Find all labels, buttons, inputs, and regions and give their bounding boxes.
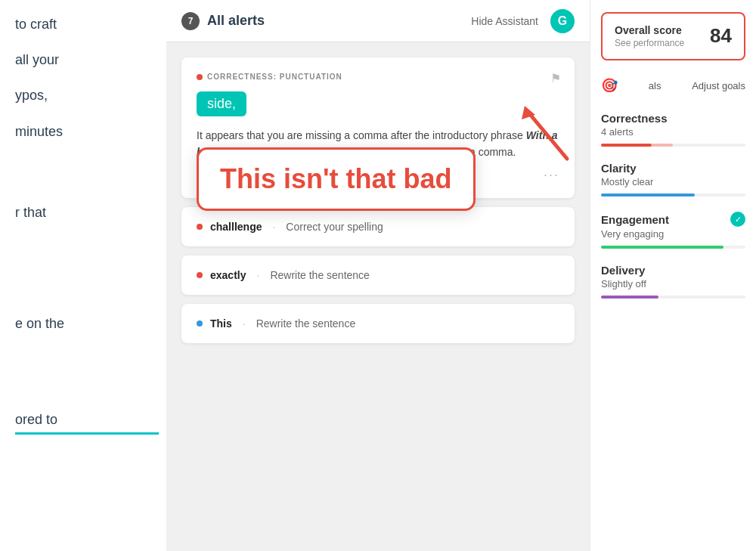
category-dot [197,74,203,80]
alert-dot-blue-2 [197,320,203,327]
header-bar: 7 All alerts Hide Assistant G [166,0,590,42]
metric-bar-correctness [601,144,745,147]
metric-correctness[interactable]: Correctness 4 alerts [601,112,745,147]
metric-bar-fill-clarity [601,193,695,197]
header-title: All alerts [207,13,265,29]
alert-dot-red-0 [197,224,203,230]
metric-clarity[interactable]: Clarity Mostly clear [601,162,745,197]
score-number: 84 [710,24,732,48]
left-text-2: all your [15,51,159,70]
alert-card-2[interactable]: This · Rewrite the sentence [181,304,575,343]
alert-separator-2: · [243,317,246,330]
alert-card-0[interactable]: challlenge · Correct your spelling [181,207,575,246]
alert-action-2: Rewrite the sentence [256,317,356,330]
metric-name-delivery: Delivery [601,264,645,277]
left-text-3: ypos, [15,86,159,105]
alert-word-1: exactly [210,269,246,281]
metric-name-clarity: Clarity [601,162,637,175]
main-content: 7 All alerts Hide Assistant G ⚑ CORRECTN… [166,0,590,551]
metric-bar-light-correctness [652,144,674,147]
metric-engagement[interactable]: Engagement ✓ Very engaging [601,212,745,249]
alert-card-1[interactable]: exactly · Rewrite the sentence [181,255,575,295]
arrow-overlay [514,98,582,169]
metric-bar-fill-delivery [601,296,658,299]
card-category: CORRECTNESS: PUNCTUATION [197,73,559,81]
metrics-area: Correctness 4 alerts Clarity Mostly clea… [590,106,756,320]
alert-dot-red-1 [197,272,203,278]
metric-name-correctness: Correctness [601,112,668,125]
metric-bar-engagement [601,246,745,249]
text-editor-left: to craft all your ypos, minutes r that e… [0,0,166,551]
right-panel: Overall score See performance 84 🎯 als A… [590,0,756,551]
goals-icon: 🎯 [601,77,618,94]
metric-subtext-correctness: 4 alerts [601,126,745,138]
left-text-1: to craft [15,15,159,34]
score-card[interactable]: Overall score See performance 84 [601,12,745,60]
score-sublabel: See performance [615,38,684,48]
grammarly-avatar[interactable]: G [550,9,575,33]
score-label: Overall score [615,24,684,36]
goals-text: als [649,80,662,91]
highlighted-word[interactable]: side, [197,91,246,116]
goals-row[interactable]: 🎯 als Adjust goals [590,70,756,106]
alert-separator-0: · [272,221,275,233]
left-text-4: minutes [15,122,159,141]
alert-count-badge: 7 [181,12,200,30]
tooltip-text: This isn't that bad [220,163,452,195]
alert-action-1: Rewrite the sentence [270,269,370,281]
left-text-7: ored to [15,410,159,435]
card-toolbar: ⚑ [550,71,561,85]
alert-separator-1: · [256,269,259,281]
engagement-check-icon: ✓ [730,212,745,227]
metric-subtext-delivery: Slightly off [601,278,745,289]
alert-word-0: challlenge [210,221,262,233]
metric-delivery[interactable]: Delivery Slightly off [601,264,745,299]
metric-name-engagement: Engagement [601,213,669,226]
bookmark-icon[interactable]: ⚑ [550,71,561,85]
left-text-6: e on the [15,314,159,333]
metric-bar-fill-correctness [601,144,652,147]
metric-bar-clarity [601,193,745,197]
tooltip-overlay: This isn't that bad [197,147,476,211]
left-text-5: r that [15,203,159,222]
alert-action-0: Correct your spelling [286,221,383,233]
metric-subtext-engagement: Very engaging [601,228,745,240]
metric-bar-delivery [601,296,745,299]
alert-word-2: This [210,317,232,330]
metric-subtext-clarity: Mostly clear [601,176,745,187]
header-right: Hide Assistant G [471,9,575,33]
adjust-goals-button[interactable]: Adjust goals [692,80,745,91]
hide-assistant-button[interactable]: Hide Assistant [471,15,538,27]
metric-bar-fill-engagement [601,246,723,249]
